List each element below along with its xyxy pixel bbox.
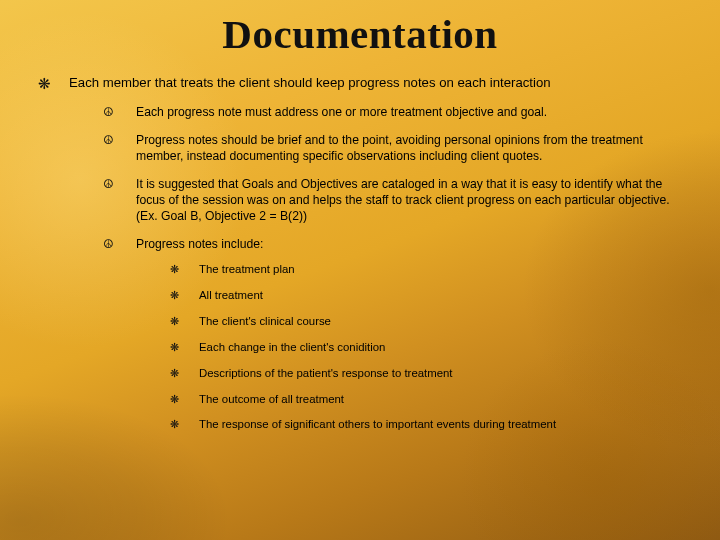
bullet-icon: ☮	[103, 177, 114, 224]
bullet-icon: ❋	[170, 418, 179, 432]
list-item: ❋ All treatment	[170, 288, 556, 303]
list-item: ☮ Each progress note must address one or…	[103, 104, 682, 120]
list-item-text: The treatment plan	[199, 262, 295, 277]
list-item: ☮ Progress notes include: ❋ The treatmen…	[103, 236, 682, 443]
list-item-text: The response of significant others to im…	[199, 417, 556, 432]
list-item: ❋ The treatment plan	[170, 262, 556, 277]
bullet-list-lvl2: ☮ Each progress note must address one or…	[103, 104, 682, 443]
list-item: ☮ Progress notes should be brief and to …	[103, 132, 682, 164]
list-item-body: Each member that treats the client shoul…	[69, 74, 682, 455]
list-item: ☮ It is suggested that Goals and Objecti…	[103, 176, 682, 224]
list-item-text: It is suggested that Goals and Objective…	[136, 176, 682, 224]
list-item-text: Each progress note must address one or m…	[136, 104, 547, 120]
bullet-icon: ❋	[170, 315, 179, 329]
slide-title: Documentation	[38, 10, 682, 58]
list-item-text: Each member that treats the client shoul…	[69, 74, 682, 92]
bullet-list-lvl3: ❋ The treatment plan ❋ All treatment ❋ T…	[170, 262, 556, 432]
list-item: ❋ Descriptions of the patient's response…	[170, 366, 556, 381]
bullet-icon: ❋	[170, 289, 179, 303]
list-item-body: Progress notes include: ❋ The treatment …	[136, 236, 556, 443]
list-item-text: Progress notes include:	[136, 236, 556, 252]
bullet-icon: ❋	[170, 367, 179, 381]
bullet-icon: ❋	[170, 393, 179, 407]
bullet-icon: ❋	[38, 75, 51, 455]
list-item-text: All treatment	[199, 288, 263, 303]
list-item: ❋ Each member that treats the client sho…	[38, 74, 682, 455]
bullet-icon: ❋	[170, 263, 179, 277]
list-item-text: The outcome of all treatment	[199, 392, 344, 407]
bullet-list-lvl1: ❋ Each member that treats the client sho…	[38, 74, 682, 455]
bullet-icon: ☮	[103, 237, 114, 443]
list-item: ❋ The client's clinical course	[170, 314, 556, 329]
bullet-icon: ❋	[170, 341, 179, 355]
slide: Documentation ❋ Each member that treats …	[0, 0, 720, 540]
bullet-icon: ☮	[103, 133, 114, 164]
list-item-text: Progress notes should be brief and to th…	[136, 132, 682, 164]
list-item: ❋ The response of significant others to …	[170, 417, 556, 432]
list-item-text: The client's clinical course	[199, 314, 331, 329]
list-item-text: Each change in the client's conidition	[199, 340, 385, 355]
bullet-icon: ☮	[103, 105, 114, 120]
list-item: ❋ Each change in the client's conidition	[170, 340, 556, 355]
list-item-text: Descriptions of the patient's response t…	[199, 366, 453, 381]
list-item: ❋ The outcome of all treatment	[170, 392, 556, 407]
